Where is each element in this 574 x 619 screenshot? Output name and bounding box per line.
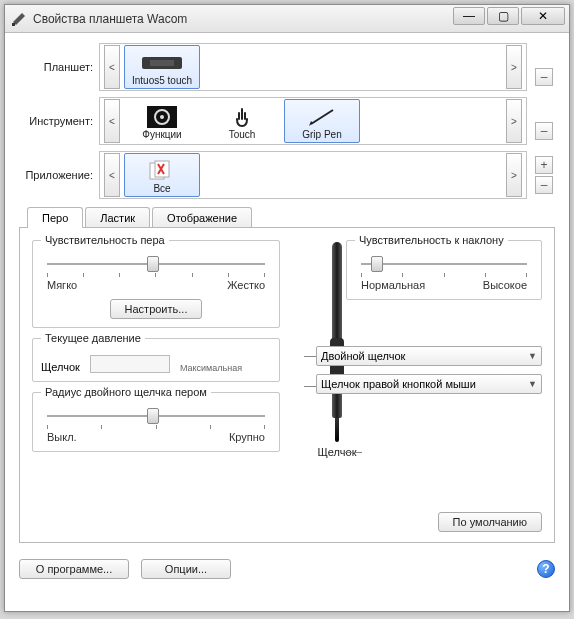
tool-item-grip-pen[interactable]: Grip Pen — [284, 99, 360, 143]
tablet-picker: < Intuos5 touch > — [99, 43, 527, 91]
maximize-button[interactable]: ▢ — [487, 7, 519, 25]
current-pressure-group: Текущее давление Щелчок Максимальная — [32, 338, 280, 382]
lower-button-combo[interactable]: Щелчок правой кнопкой мыши ▼ — [316, 374, 542, 394]
window-buttons: — ▢ ✕ — [453, 7, 565, 25]
normal-label: Нормальная — [361, 279, 425, 291]
window: Свойства планшета Wacom — ▢ ✕ Планшет: <… — [4, 4, 570, 612]
scroll-left-button[interactable]: < — [104, 99, 120, 143]
app-item-all[interactable]: Все — [124, 153, 200, 197]
tilt-title: Чувствительность к наклону — [355, 234, 508, 246]
tabbar: Перо Ластик Отображение — [19, 207, 555, 228]
tool-item-functions[interactable]: Функции — [124, 99, 200, 143]
tip-feel-group: Чувствительность пера Мягко Жестко Настр… — [32, 240, 280, 328]
tablet-item-intuos5[interactable]: Intuos5 touch — [124, 45, 200, 89]
scroll-right-button[interactable]: > — [506, 99, 522, 143]
click-label: Щелчок — [41, 361, 80, 373]
tool-item-touch[interactable]: Touch — [204, 99, 280, 143]
double-click-slider[interactable] — [47, 407, 265, 425]
customize-button[interactable]: Настроить... — [110, 299, 203, 319]
scroll-left-button[interactable]: < — [104, 45, 120, 89]
app-icon — [11, 11, 27, 27]
svg-point-5 — [160, 115, 164, 119]
pen-tabs: Перо Ластик Отображение Чувствительность… — [19, 207, 555, 543]
tab-pen[interactable]: Перо — [27, 207, 83, 228]
double-click-title: Радиус двойного щелчка пером — [41, 386, 211, 398]
upper-button-value: Двойной щелчок — [321, 350, 405, 362]
tablet-item-label: Intuos5 touch — [132, 75, 192, 86]
double-click-group: Радиус двойного щелчка пером Выкл. Крупн… — [32, 392, 280, 452]
soft-label: Мягко — [47, 279, 77, 291]
tab-panel-pen: Чувствительность пера Мягко Жестко Настр… — [19, 227, 555, 543]
chevron-down-icon: ▼ — [528, 351, 537, 361]
app-row: Приложение: < Все > + – — [19, 151, 555, 199]
tab-eraser[interactable]: Ластик — [85, 207, 150, 228]
touch-icon — [210, 105, 274, 129]
tablet-row: Планшет: < Intuos5 touch > – — [19, 43, 555, 91]
tab-mapping[interactable]: Отображение — [152, 207, 252, 228]
tool-item-label: Grip Pen — [302, 129, 341, 140]
tablet-icon — [130, 51, 194, 75]
pen-button-mapping: Двойной щелчок ▼ Щелчок правой кнопкой м… — [316, 346, 542, 402]
close-button[interactable]: ✕ — [521, 7, 565, 25]
content: Планшет: < Intuos5 touch > – Инструмент: — [5, 33, 569, 551]
tool-label: Инструмент: — [19, 115, 99, 127]
minimize-button[interactable]: — — [453, 7, 485, 25]
tilt-group: Чувствительность к наклону Нормальная Вы… — [346, 240, 542, 300]
help-button[interactable]: ? — [537, 560, 555, 578]
pressure-title: Текущее давление — [41, 332, 145, 344]
tip-feel-title: Чувствительность пера — [41, 234, 169, 246]
lower-button-value: Щелчок правой кнопкой мыши — [321, 378, 476, 390]
tool-picker: < Функции Touch Grip — [99, 97, 527, 145]
tool-row: Инструмент: < Функции Touch — [19, 97, 555, 145]
remove-tablet-button[interactable]: – — [535, 68, 553, 86]
remove-tool-button[interactable]: – — [535, 122, 553, 140]
scroll-right-button[interactable]: > — [506, 45, 522, 89]
tool-item-label: Touch — [229, 129, 256, 140]
scroll-right-button[interactable]: > — [506, 153, 522, 197]
about-button[interactable]: О программе... — [19, 559, 129, 579]
svg-rect-2 — [150, 60, 174, 66]
chevron-down-icon: ▼ — [528, 379, 537, 389]
app-item-label: Все — [153, 183, 170, 194]
tilt-slider[interactable] — [361, 255, 527, 273]
apps-icon — [130, 159, 194, 183]
tablet-label: Планшет: — [19, 61, 99, 73]
large-label: Крупно — [229, 431, 265, 443]
remove-app-button[interactable]: – — [535, 176, 553, 194]
upper-button-combo[interactable]: Двойной щелчок ▼ — [316, 346, 542, 366]
app-label: Приложение: — [19, 169, 99, 181]
tip-feel-slider[interactable] — [47, 255, 265, 273]
off-label: Выкл. — [47, 431, 77, 443]
footer: О программе... Опции... ? — [5, 551, 569, 591]
pen-icon — [290, 105, 354, 129]
hard-label: Жестко — [227, 279, 265, 291]
tool-item-label: Функции — [142, 129, 181, 140]
app-picker: < Все > — [99, 151, 527, 199]
add-app-button[interactable]: + — [535, 156, 553, 174]
titlebar[interactable]: Свойства планшета Wacom — ▢ ✕ — [5, 5, 569, 33]
high-label: Высокое — [483, 279, 527, 291]
functions-icon — [130, 105, 194, 129]
scroll-left-button[interactable]: < — [104, 153, 120, 197]
max-label: Максимальная — [180, 363, 242, 373]
options-button[interactable]: Опции... — [141, 559, 231, 579]
pressure-bar — [90, 355, 170, 373]
svg-rect-0 — [12, 23, 15, 26]
default-button[interactable]: По умолчанию — [438, 512, 542, 532]
svg-line-6 — [311, 110, 333, 124]
